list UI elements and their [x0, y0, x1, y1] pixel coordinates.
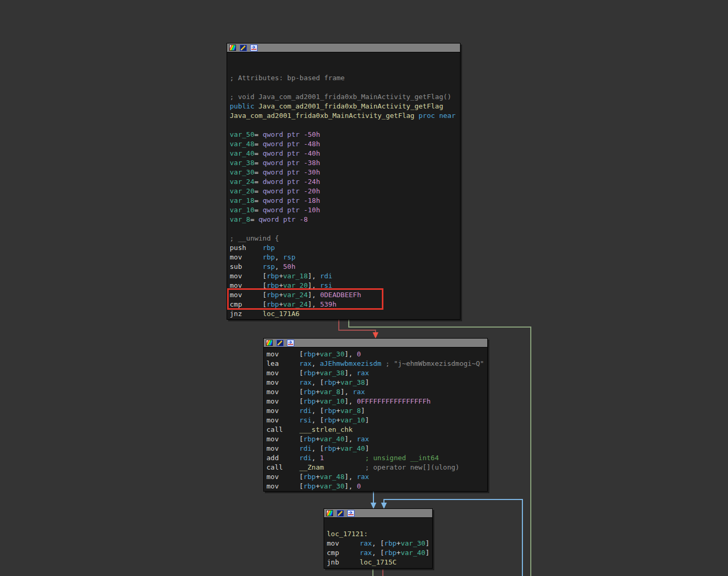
code-line: cmp rax, [rbp+var_40]	[327, 548, 430, 558]
code-line: push rbp	[230, 243, 457, 253]
block-func-entry[interactable]: ; Attributes: bp-based frame; void Java_…	[227, 43, 461, 320]
code-line: mov rdi, [rbp+var_40]	[266, 444, 485, 453]
highlight-box	[227, 288, 383, 310]
code-line: var_50= qword ptr -50h	[230, 130, 457, 139]
group-node-icon[interactable]	[287, 340, 294, 346]
code-line: mov [rbp+var_18], rdi	[230, 271, 457, 281]
code-line: ; Attributes: bp-based frame	[230, 73, 457, 83]
code-line: mov [rbp+var_10], 0FFFFFFFFFFFFFFFFh	[266, 397, 485, 406]
code-line: var_24= dword ptr -24h	[230, 177, 457, 187]
code-line: jnb loc_1715C	[327, 558, 430, 567]
code-line: mov rax, [rbp+var_30]	[327, 539, 430, 548]
code-line: var_18= qword ptr -18h	[230, 196, 457, 205]
block-string-init[interactable]: mov [rbp+var_30], 0lea rax, aJEhmwbmxezi…	[263, 338, 488, 492]
edge-block2-fallthrough-blue	[371, 492, 377, 509]
code-line: add rdi, 1 ; unsigned __int64	[266, 453, 485, 463]
group-node-icon[interactable]	[250, 45, 258, 51]
code-line: mov [rbp+var_48], rax	[266, 472, 485, 482]
code-line	[230, 83, 457, 92]
code-line: sub rsp, 50h	[230, 262, 457, 271]
node-titlebar[interactable]	[324, 509, 432, 518]
code-line: call ___strlen_chk	[266, 425, 485, 434]
code-line: mov [rbp+var_30], 0	[266, 482, 485, 491]
code-line	[230, 55, 457, 64]
code-line	[230, 64, 457, 73]
code-line: var_8= qword ptr -8	[230, 215, 457, 224]
code-line: mov rdi, [rbp+var_8]	[266, 406, 485, 416]
node-color-icon[interactable]	[229, 45, 237, 51]
block-loc-17121[interactable]: loc_17121:mov rax, [rbp+var_30]cmp rax, …	[324, 508, 433, 569]
code-line	[230, 224, 457, 234]
group-node-icon[interactable]	[347, 510, 355, 517]
code-line: ; void Java_com_ad2001_frida0xb_MainActi…	[230, 92, 457, 102]
node-code: mov [rbp+var_30], 0lea rax, aJEhmwbmxezi…	[264, 347, 487, 491]
code-line: var_48= qword ptr -48h	[230, 139, 457, 149]
node-color-icon[interactable]	[266, 340, 273, 346]
code-line: mov [rbp+var_40], rax	[266, 434, 485, 444]
code-line: var_38= qword ptr -38h	[230, 158, 457, 168]
edit-node-icon[interactable]	[240, 45, 247, 51]
code-line: Java_com_ad2001_frida0xb_MainActivity_ge…	[230, 111, 457, 121]
edit-node-icon[interactable]	[337, 510, 344, 517]
node-titlebar[interactable]	[227, 44, 460, 52]
node-code: loc_17121:mov rax, [rbp+var_30]cmp rax, …	[324, 518, 432, 567]
code-line: ; __unwind {	[230, 234, 457, 243]
code-line: public Java_com_ad2001_frida0xb_MainActi…	[230, 102, 457, 111]
edge-entry-fallthrough-red	[339, 320, 379, 339]
code-line: mov rbp, rsp	[230, 253, 457, 262]
code-line: mov rax, [rbp+var_38]	[266, 378, 485, 387]
code-line: mov [rbp+var_38], rax	[266, 368, 485, 378]
code-line: lea rax, aJEhmwbmxezisdm ; "j~ehmWbmxezi…	[266, 359, 485, 368]
code-line	[327, 520, 430, 529]
code-line: var_30= qword ptr -30h	[230, 168, 457, 177]
edit-node-icon[interactable]	[276, 340, 284, 346]
code-line: var_10= qword ptr -10h	[230, 205, 457, 215]
node-color-icon[interactable]	[326, 510, 334, 517]
code-line: mov [rbp+var_8], rax	[266, 387, 485, 397]
code-line: var_40= qword ptr -40h	[230, 149, 457, 158]
code-line: jnz loc_171A6	[230, 309, 457, 319]
code-line: mov [rbp+var_30], 0	[266, 350, 485, 359]
code-line: call __Znam ; operator new[](ulong)	[266, 463, 485, 472]
code-line: loc_17121:	[327, 529, 430, 539]
code-line	[230, 121, 457, 130]
code-line: var_20= qword ptr -20h	[230, 187, 457, 196]
code-line: mov rsi, [rbp+var_10]	[266, 416, 485, 425]
node-code: ; Attributes: bp-based frame; void Java_…	[227, 52, 460, 319]
node-titlebar[interactable]	[264, 339, 487, 347]
ida-graph-view[interactable]: ; Attributes: bp-based frame; void Java_…	[0, 0, 728, 576]
